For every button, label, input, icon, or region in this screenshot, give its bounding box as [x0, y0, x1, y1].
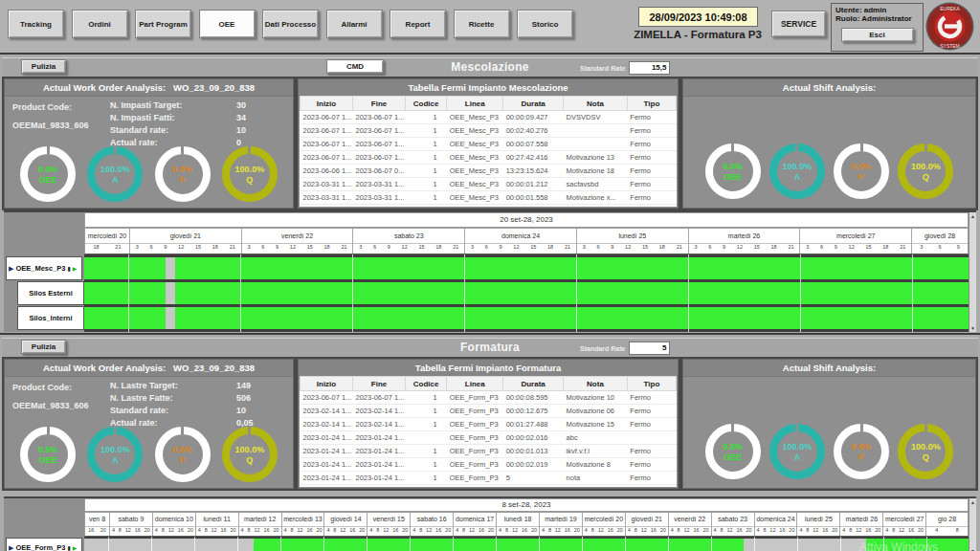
svg-text:SYSTEM: SYSTEM [940, 43, 960, 49]
toolbar-button-allarmi[interactable]: Allarmi [326, 10, 383, 38]
scroll-up-icon[interactable]: ▲ [970, 499, 975, 505]
stat-row: N. Lastre Fatte:506 [110, 392, 254, 405]
mescolazione-gantt: 20 set-28, 2023mercoledì 201821giovedì 2… [4, 210, 976, 332]
logout-button[interactable]: Esci [841, 28, 914, 42]
table-row[interactable]: 2023-06-06 1...2023-06-07 0...1OEE_Mesc_… [301, 165, 677, 178]
cell-linea: OEE_Mesc_P3 [447, 111, 503, 124]
gantt-gridline [151, 537, 152, 551]
toolbar-button-report[interactable]: Report [390, 10, 446, 38]
gantt-scrollbar[interactable]: ▲▼ [969, 212, 976, 332]
toolbar-button-ricette[interactable]: Ricette [454, 10, 510, 38]
gauge-value: 0.5% [172, 445, 192, 454]
gantt-day-domenica-24: domenica 2436912151821 [464, 229, 576, 253]
cell-durata: 00:00:12.675 [503, 405, 564, 418]
gantt-bar [84, 282, 166, 304]
day-label: lunedì 25 [577, 229, 688, 244]
gantt-day-mercoled-27: mercoledì 2748121620 [882, 513, 925, 536]
hour-labels: 48121620 [626, 527, 668, 536]
toolbar-button-part-program[interactable]: Part Program [135, 10, 191, 38]
column-header-nota[interactable]: Nota [564, 97, 628, 111]
gantt-day-mercoled-20: mercoledì 2048121620 [582, 513, 625, 536]
column-header-codice[interactable]: Codice [406, 377, 447, 391]
table-row[interactable]: 2023-03-30 1...2023-03-30 1...4OEE_Mesc_… [301, 205, 677, 208]
table-row[interactable]: 2023-01-24 1...2023-01-24 1...OEE_Form_P… [301, 431, 677, 445]
column-header-tipo[interactable]: Tipo [627, 97, 676, 111]
table-row[interactable]: 2023-06-07 1...2023-06-07 1...1OEE_Mesc_… [301, 151, 677, 165]
fermi-table-wrap: InizioFineCodiceLineaDurataNotaTipo2023-… [300, 376, 677, 487]
standard-rate: Standard Rate 5 [580, 342, 670, 355]
scroll-up-icon[interactable]: ▲ [970, 213, 975, 219]
gantt-row-label-oee-mesc-p3[interactable]: ▶OEE_Mesc_P3▮▶ [6, 256, 82, 280]
toolbar-button-oee[interactable]: OEE [199, 10, 256, 38]
hour-labels: 48121620 [840, 527, 882, 536]
cell-codice: 1 [406, 191, 447, 205]
table-row[interactable]: 2023-01-24 1...2023-01-24 1...1OEE_Form_… [301, 458, 677, 472]
column-header-linea[interactable]: Linea [447, 377, 503, 391]
column-header-inizio[interactable]: Inizio [301, 97, 353, 111]
user-role: Ruolo: Administrator [835, 14, 919, 23]
gantt-gridline [582, 537, 583, 551]
table-row[interactable]: 2023-06-07 1...2023-06-07 1...1OEE_Mesc_… [301, 111, 677, 124]
table-row[interactable]: 2023-06-07 1...2023-06-07 1...1OEE_Mesc_… [301, 124, 677, 138]
cell-linea: OEE_Mesc_P3 [447, 191, 503, 205]
day-label: martedì 12 [239, 513, 281, 527]
table-row[interactable]: 2023-01-24 1...2023-01-24 1...1OEE_Form_… [301, 472, 677, 485]
gauge-label: Q [923, 172, 929, 182]
column-header-fine[interactable]: Fine [353, 97, 406, 111]
fermi-table: InizioFineCodiceLineaDurataNotaTipo2023-… [300, 376, 677, 487]
column-header-nota[interactable]: Nota [564, 377, 628, 391]
shift-analysis-panel: Actual Shift Analysis: 0.5%OEE100.0%A0.5… [682, 359, 976, 489]
table-row[interactable]: 2023-03-31 1...2023-03-31 1...1OEE_Mesc_… [301, 178, 677, 191]
column-header-tipo[interactable]: Tipo [627, 377, 676, 391]
column-header-durata[interactable]: Durata [503, 377, 564, 391]
column-header-linea[interactable]: Linea [447, 97, 503, 111]
expand-arrow-icon[interactable]: ▶ [9, 265, 13, 273]
cell-nota [564, 124, 628, 138]
table-row[interactable]: 2023-02-14 1...2023-02-14 1...1OEE_Form_… [301, 418, 677, 431]
column-header-durata[interactable]: Durata [503, 97, 564, 111]
day-label: sabato 9 [110, 513, 152, 527]
gantt-row-label-oee-form-p3[interactable]: ▶OEE_Form_P3▮▶ [6, 538, 82, 551]
standard-rate-input[interactable]: 5 [629, 342, 670, 355]
gantt-scrollbar[interactable]: ▲▼ [969, 498, 976, 551]
hour-labels: 48121620 [196, 527, 238, 536]
top-bar: TrackingOrdiniPart ProgramOEEDati Proces… [0, 0, 980, 55]
gantt-gridline [108, 537, 109, 551]
column-header-fine[interactable]: Fine [353, 377, 406, 391]
expand-arrow-icon[interactable]: ▶ [9, 544, 13, 551]
toolbar-button-dati-processo[interactable]: Dati Processo [262, 10, 319, 38]
table-row[interactable]: 2023-01-24 1...2023-01-24 1...1OEE_Form_… [301, 485, 677, 488]
day-label: mercoledì 27 [800, 229, 911, 244]
gauge-label: P [180, 455, 186, 465]
toolbar-button-ordini[interactable]: Ordini [72, 10, 128, 38]
toolbar-button-storico[interactable]: Storico [517, 10, 573, 38]
cell-inizio: 2023-02-14 1... [301, 418, 353, 431]
gauge-notch [181, 427, 184, 434]
table-row[interactable]: 2023-03-31 1...2023-03-31 1...1OEE_Mesc_… [301, 191, 677, 205]
table-row[interactable]: 2023-01-24 1...2023-01-24 1...1OEE_Form_… [301, 445, 677, 458]
gantt-gridline [539, 537, 540, 551]
gantt-gridline [711, 537, 712, 551]
gantt-day-domenica-17: domenica 1748121620 [453, 513, 496, 536]
work-order-header: Actual Work Order Analysis: WO_23_09_20_… [5, 360, 293, 377]
table-row[interactable]: 2023-06-07 1...2023-06-07 1...1OEE_Mesc_… [301, 138, 677, 151]
standard-rate-input[interactable]: 15,5 [629, 61, 670, 75]
fermi-table: InizioFineCodiceLineaDurataNotaTipo2023-… [300, 96, 677, 207]
service-button[interactable]: SERVICE [771, 11, 826, 37]
table-row[interactable]: 2023-06-07 1...2023-06-07 1...1OEE_Form_… [301, 391, 677, 405]
gantt-day-sabato-9: sabato 948121620 [109, 513, 152, 536]
gantt-row-label-silos-esterni[interactable]: Silos Esterni [17, 281, 84, 305]
column-header-inizio[interactable]: Inizio [301, 377, 353, 391]
cell-tipo: Fermo [627, 418, 676, 431]
play-icon: ▶ [73, 544, 78, 551]
hour-labels: 48121620 [110, 527, 152, 536]
gauge-notch [114, 146, 117, 154]
gauge-a: 100.0%A [769, 143, 825, 199]
gantt-row-label-silos-interni[interactable]: Silos_Interni [17, 306, 84, 330]
cell-linea: OEE_Form_P3 [447, 431, 503, 445]
column-header-codice[interactable]: Codice [406, 97, 447, 111]
cell-nota: Motivazione 18 [564, 165, 628, 178]
toolbar-button-tracking[interactable]: Tracking [8, 10, 64, 38]
table-row[interactable]: 2023-02-14 1...2023-02-14 1...1OEE_Form_… [301, 405, 677, 418]
scroll-down-icon[interactable]: ▼ [970, 325, 975, 331]
